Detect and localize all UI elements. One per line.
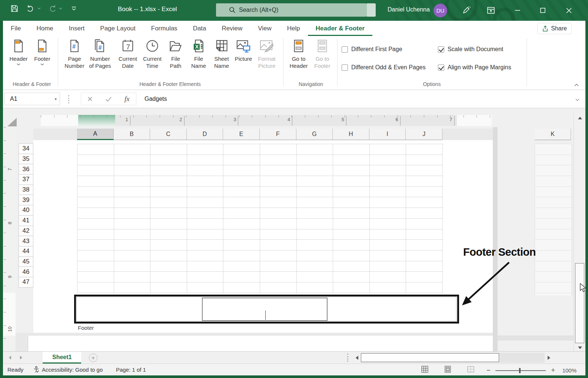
sheet-tab[interactable]: Sheet1 xyxy=(43,352,81,364)
checkbox-align-with-margins[interactable]: Align with Page Margins xyxy=(438,64,511,71)
column-header[interactable]: D xyxy=(187,129,223,140)
insert-function-icon[interactable]: fx xyxy=(124,95,130,103)
zoom-slider-handle[interactable] xyxy=(519,368,521,373)
row-header[interactable]: 46 xyxy=(19,266,33,277)
page-2-cells[interactable] xyxy=(535,144,572,295)
minimize-button[interactable] xyxy=(512,5,523,16)
row-header[interactable]: 42 xyxy=(19,226,33,236)
close-button[interactable] xyxy=(563,5,574,16)
search-side-button[interactable] xyxy=(367,3,376,17)
scroll-right-icon[interactable] xyxy=(545,353,553,363)
column-header[interactable]: A xyxy=(77,129,114,140)
checkbox-different-odd-even[interactable]: Different Odd & Even Pages xyxy=(342,64,426,71)
row-header[interactable]: 35 xyxy=(19,154,33,165)
column-header[interactable]: H xyxy=(333,129,369,140)
ribbon-tab[interactable]: Help xyxy=(279,21,308,36)
checkbox-box[interactable] xyxy=(438,64,444,71)
ribbon-tab[interactable]: Formulas xyxy=(143,21,185,36)
tab-scrollbar-splitter[interactable] xyxy=(347,354,348,362)
scroll-up-icon[interactable] xyxy=(574,113,586,123)
row-header[interactable]: 45 xyxy=(19,256,33,267)
current-time-button[interactable]: CurrentTime xyxy=(140,38,164,69)
ribbon-display-options-icon[interactable] xyxy=(485,5,496,16)
file-path-button[interactable]: FilePath xyxy=(164,38,187,69)
column-header[interactable]: B xyxy=(114,129,150,140)
column-header[interactable]: C xyxy=(150,129,187,140)
collapse-ribbon-icon[interactable] xyxy=(574,81,579,88)
header-button[interactable]: Header xyxy=(7,38,30,66)
vertical-scrollbar[interactable] xyxy=(574,113,585,353)
ribbon-tab[interactable]: Data xyxy=(185,21,214,36)
formula-input[interactable]: Gadgets xyxy=(139,93,565,105)
cancel-entry-icon[interactable] xyxy=(87,96,93,102)
row-header[interactable]: 43 xyxy=(19,236,33,246)
formula-bar-splitter[interactable] xyxy=(68,95,69,103)
page-number-button[interactable]: # PageNumber xyxy=(63,38,86,69)
share-button[interactable]: Share xyxy=(537,23,572,34)
row-header[interactable]: 44 xyxy=(19,246,33,257)
expand-formula-bar-icon[interactable] xyxy=(575,96,579,103)
normal-view-icon[interactable] xyxy=(421,366,428,373)
picture-button[interactable]: Picture xyxy=(233,38,254,62)
row-header[interactable]: 41 xyxy=(19,215,33,226)
scroll-left-icon[interactable] xyxy=(353,353,361,363)
checkbox-scale-with-document[interactable]: Scale with Document xyxy=(438,46,503,53)
ribbon-tab[interactable]: View xyxy=(250,21,279,36)
row-header[interactable]: 47 xyxy=(19,277,33,288)
column-header[interactable]: J xyxy=(406,129,442,140)
horizontal-scrollbar-thumb[interactable] xyxy=(361,353,499,362)
number-of-pages-button[interactable]: # Numberof Pages xyxy=(88,38,112,69)
maximize-button[interactable] xyxy=(537,5,548,16)
checkbox-box[interactable] xyxy=(342,64,348,71)
zoom-slider[interactable] xyxy=(495,368,546,374)
format-picture-button[interactable]: FormatPicture xyxy=(255,38,279,69)
customize-quick-access-icon[interactable] xyxy=(69,4,79,13)
zoom-in-button[interactable]: + xyxy=(551,367,555,374)
checkbox-box[interactable] xyxy=(342,46,348,53)
confirm-entry-icon[interactable] xyxy=(106,97,112,102)
name-box-dropdown-icon[interactable]: ▾ xyxy=(54,97,57,102)
row-header[interactable]: 40 xyxy=(19,205,33,216)
avatar[interactable]: DU xyxy=(433,4,447,17)
ribbon-tab[interactable]: Page Layout xyxy=(92,21,143,36)
feedback-pen-icon[interactable] xyxy=(461,5,472,16)
vertical-scrollbar-thumb[interactable] xyxy=(575,263,584,343)
current-date-button[interactable]: 7 CurrentDate xyxy=(116,38,140,69)
column-header[interactable]: G xyxy=(296,129,333,140)
checkbox-different-first-page[interactable]: Different First Page xyxy=(342,46,402,53)
column-header[interactable]: I xyxy=(369,129,406,140)
redo-dropdown-icon[interactable] xyxy=(59,4,62,13)
ribbon-tab[interactable]: Home xyxy=(29,21,61,36)
user-name[interactable]: Daniel Uchenna xyxy=(388,6,430,13)
row-header[interactable]: 37 xyxy=(19,174,33,185)
row-header[interactable]: 38 xyxy=(19,185,33,195)
row-header[interactable]: 39 xyxy=(19,195,33,205)
checkbox-box[interactable] xyxy=(438,46,444,53)
name-box[interactable]: A1 ▾ xyxy=(4,93,60,105)
zoom-level[interactable]: 100% xyxy=(560,367,577,374)
horizontal-scrollbar-track[interactable] xyxy=(361,353,545,363)
add-sheet-button[interactable]: + xyxy=(89,354,97,362)
cell-grid[interactable] xyxy=(77,144,443,293)
sheet-next-icon[interactable] xyxy=(19,355,23,361)
column-header[interactable]: F xyxy=(260,129,296,140)
search-input[interactable]: Search (Alt+Q) xyxy=(216,3,367,17)
page-corner-indicator[interactable] xyxy=(7,117,17,127)
row-header[interactable]: 36 xyxy=(19,164,33,175)
ribbon-tab[interactable]: Review xyxy=(214,21,250,36)
sheet-name-button[interactable]: SheetName xyxy=(210,38,233,69)
sheet-prev-icon[interactable] xyxy=(8,355,12,361)
zoom-out-button[interactable]: − xyxy=(486,367,491,374)
footer-button[interactable]: Footer xyxy=(30,38,54,66)
undo-button[interactable] xyxy=(26,4,36,13)
column-header[interactable]: E xyxy=(223,129,260,140)
row-header[interactable]: 34 xyxy=(19,143,33,154)
ribbon-tab[interactable]: File xyxy=(3,21,29,36)
ribbon-tab[interactable]: Header & Footer xyxy=(308,21,372,36)
page-layout-view-icon[interactable] xyxy=(444,366,451,373)
horizontal-scrollbar[interactable] xyxy=(353,353,555,363)
go-to-footer-button[interactable]: Go toFooter xyxy=(310,38,334,69)
vertical-ruler[interactable]: 7 8 9 10 xyxy=(3,127,16,351)
file-name-button[interactable]: X FileName xyxy=(187,38,210,69)
go-to-header-button[interactable]: Go toHeader xyxy=(287,38,310,69)
